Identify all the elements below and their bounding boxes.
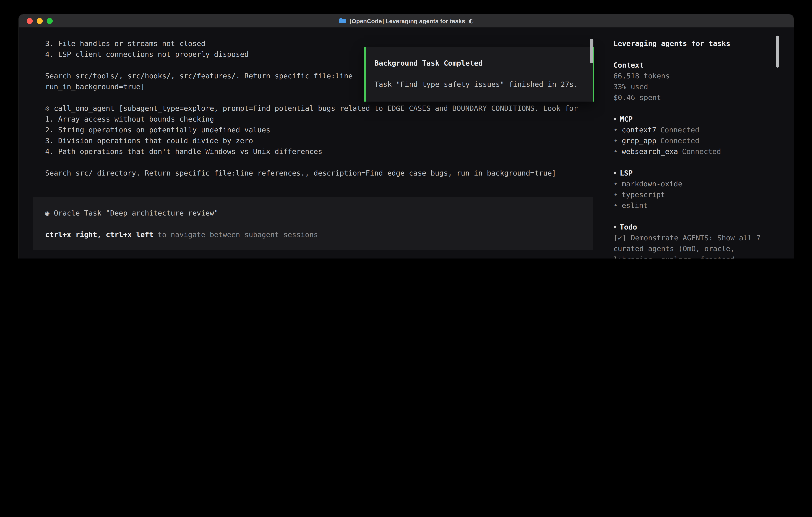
- mcp-section: ▼MCP •context7Connected •grep_appConnect…: [613, 113, 780, 157]
- lsp-item-name: markdown-oxide: [622, 180, 682, 188]
- bullet-icon: •: [613, 190, 618, 199]
- oracle-task-panel: ◉ Oracle Task "Deep architecture review"…: [33, 197, 593, 250]
- shortcut-description: to navigate between subagent sessions: [158, 230, 318, 239]
- lsp-item: •eslint: [613, 200, 780, 211]
- sidebar-scrollbar-thumb[interactable]: [776, 35, 779, 67]
- mcp-item-status: Connected: [660, 126, 699, 134]
- mcp-item-name: context7: [622, 126, 656, 134]
- lsp-heading: ▼LSP: [613, 167, 780, 178]
- todo-item-done: [✓] Demonstrate AGENTS: Show all 7 curat…: [613, 232, 780, 258]
- todo-heading: ▼Todo: [613, 221, 780, 232]
- collapse-triangle-icon: ▼: [613, 167, 617, 178]
- minimize-button[interactable]: [37, 18, 43, 24]
- context-spent: $0.46 spent: [613, 92, 780, 103]
- context-tokens: 66,518 tokens: [613, 71, 780, 81]
- bug-checklist: 1. Array access without bounds checking …: [45, 113, 593, 157]
- mcp-heading: ▼MCP: [613, 113, 780, 124]
- sidebar: Leveraging agents for tasks Context 66,5…: [605, 28, 793, 258]
- mcp-item: •context7Connected: [613, 124, 780, 135]
- context-heading: Context: [613, 60, 780, 71]
- scrollbar-thumb[interactable]: [590, 39, 593, 63]
- close-button[interactable]: [27, 18, 33, 24]
- toast-title: Background Task Completed: [374, 58, 587, 69]
- bullet-icon: •: [613, 201, 618, 210]
- oracle-task-title-line: ◉ Oracle Task "Deep architecture review": [45, 208, 581, 218]
- bullet-icon: •: [613, 126, 618, 134]
- context-used: 33% used: [613, 81, 780, 92]
- lsp-section: ▼LSP •markdown-oxide •typescript •eslint: [613, 167, 780, 211]
- oracle-task-title: Oracle Task "Deep architecture review": [54, 209, 219, 217]
- mcp-item-name: grep_app: [622, 136, 656, 145]
- traffic-lights: [27, 15, 53, 27]
- shortcut-keys: ctrl+x right, ctrl+x left: [45, 230, 153, 239]
- mcp-item: •grep_appConnected: [613, 135, 780, 146]
- toast-body: Task "Find type safety issues" finished …: [374, 79, 587, 89]
- folder-icon: [339, 18, 346, 24]
- collapse-triangle-icon: ▼: [613, 221, 617, 232]
- gear-icon: ⚙: [45, 104, 50, 112]
- mcp-item-status: Connected: [682, 147, 721, 156]
- window-title-text: [OpenCode] Leveraging agents for tasks: [350, 16, 465, 26]
- tool-call-line: ⚙ call_omo_agent [subagent_type=explore,…: [45, 103, 593, 113]
- lsp-heading-label: LSP: [620, 169, 633, 177]
- bullet-icon: •: [613, 136, 618, 145]
- collapse-triangle-icon: ▼: [613, 113, 617, 124]
- tool-call-text: call_omo_agent [subagent_type=explore, p…: [54, 104, 578, 112]
- mcp-item: •websearch_exaConnected: [613, 146, 780, 157]
- todo-section: ▼Todo [✓] Demonstrate AGENTS: Show all 7…: [613, 221, 780, 258]
- mcp-item-status: Connected: [660, 136, 699, 145]
- subagent-nav-hint: ctrl+x right, ctrl+x left to navigate be…: [45, 229, 581, 240]
- bullet-icon: •: [613, 147, 618, 156]
- window-title: [OpenCode] Leveraging agents for tasks ◐: [339, 16, 474, 26]
- titlebar: [OpenCode] Leveraging agents for tasks ◐: [19, 15, 793, 28]
- screen: [OpenCode] Leveraging agents for tasks ◐…: [0, 0, 812, 258]
- record-icon: ◉: [45, 209, 50, 217]
- todo-heading-label: Todo: [620, 223, 637, 231]
- lsp-item: •typescript: [613, 189, 780, 200]
- toast-background-task-completed: Background Task Completed Task "Find typ…: [364, 47, 594, 102]
- progress-half-circle-icon: ◐: [469, 16, 473, 26]
- lsp-item-name: typescript: [622, 190, 665, 199]
- mcp-heading-label: MCP: [620, 115, 633, 123]
- lsp-item: •markdown-oxide: [613, 178, 780, 189]
- bullet-icon: •: [613, 180, 618, 188]
- mcp-item-name: websearch_exa: [622, 147, 678, 156]
- zoom-button[interactable]: [47, 18, 53, 24]
- session-title: Leveraging agents for tasks: [613, 38, 780, 49]
- lsp-item-name: eslint: [622, 201, 648, 210]
- terminal-window: [OpenCode] Leveraging agents for tasks ◐…: [19, 15, 793, 258]
- search-footer-line: Search src/ directory. Return specific f…: [45, 167, 593, 178]
- chat-pane: 3. File handles or streams not closed 4.…: [19, 28, 605, 258]
- context-section: Context 66,518 tokens 33% used $0.46 spe…: [613, 60, 780, 103]
